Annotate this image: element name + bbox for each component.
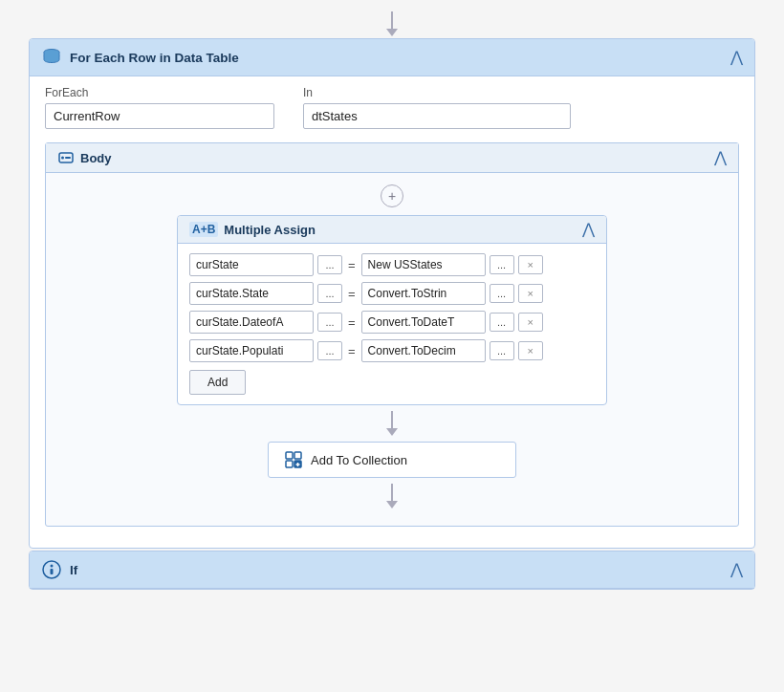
body-collapse-btn[interactable]: ⋀	[714, 150, 727, 165]
if-title: If	[70, 563, 77, 577]
svg-point-2	[61, 157, 64, 160]
assign-val-ellipsis-3[interactable]: ...	[490, 341, 514, 360]
assign-equals-2: =	[346, 315, 358, 330]
assign-val-3[interactable]	[361, 339, 486, 362]
if-icon	[41, 559, 62, 580]
body-icon	[57, 149, 75, 166]
body-header: Body ⋀	[46, 143, 738, 173]
if-header-left: If	[41, 559, 77, 580]
arrow-head	[386, 29, 398, 36]
multiple-assign-block: A+B Multiple Assign ⋀ ... =	[177, 215, 607, 405]
if-collapse-btn[interactable]: ⋀	[730, 562, 743, 577]
assign-val-2[interactable]	[361, 311, 486, 334]
foreach-header-left: For Each Row in Data Table	[41, 47, 239, 68]
arrow-atc-to-if	[386, 484, 398, 508]
assign-var-3[interactable]	[189, 339, 314, 362]
table-row: ... = ... ×	[189, 339, 595, 362]
svg-rect-3	[65, 157, 71, 159]
assign-val-ellipsis-1[interactable]: ...	[490, 284, 514, 303]
assign-val-ellipsis-0[interactable]: ...	[490, 255, 514, 274]
if-header: If ⋀	[30, 551, 754, 589]
ma-collapse-btn[interactable]: ⋀	[582, 222, 595, 237]
ma-header: A+B Multiple Assign ⋀	[178, 216, 606, 244]
assign-var-0[interactable]	[189, 253, 314, 276]
assign-val-0[interactable]	[361, 253, 486, 276]
foreach-inner: ForEach In	[30, 76, 754, 548]
assign-equals-3: =	[346, 344, 358, 358]
assign-var-1[interactable]	[189, 282, 314, 305]
table-row: ... = ... ×	[189, 253, 595, 276]
foreach-fields: ForEach In	[30, 76, 754, 142]
table-row: ... = ... ×	[189, 311, 595, 334]
body-section: Body ⋀ + A+B	[45, 142, 739, 527]
assign-var-2[interactable]	[189, 311, 314, 334]
body-content: + A+B Multiple Assign ⋀	[46, 173, 738, 526]
assign-var-ellipsis-3[interactable]: ...	[317, 341, 342, 360]
assign-equals-1: =	[346, 287, 358, 301]
svg-rect-12	[51, 569, 54, 574]
arrow-line	[391, 11, 393, 29]
canvas: For Each Row in Data Table ⋀ ForEach In	[0, 0, 784, 692]
add-to-collection-block[interactable]: Add To Collection	[268, 442, 516, 478]
ma-header-left: A+B Multiple Assign	[189, 222, 316, 237]
top-arrow-connector	[386, 11, 398, 36]
ma-icon: A+B	[189, 222, 218, 237]
foreach-label: ForEach	[45, 86, 274, 99]
arrow-head-2	[386, 428, 398, 436]
assign-val-ellipsis-2[interactable]: ...	[490, 313, 514, 332]
assign-var-ellipsis-1[interactable]: ...	[317, 284, 342, 303]
assign-delete-3[interactable]: ×	[518, 341, 543, 360]
foreach-container: For Each Row in Data Table ⋀ ForEach In	[29, 38, 755, 549]
body-title: Body	[80, 151, 112, 165]
foreach-title: For Each Row in Data Table	[70, 51, 239, 65]
foreach-field-group: ForEach	[45, 86, 274, 129]
assign-equals-0: =	[346, 258, 358, 272]
plus-icon: +	[388, 188, 396, 204]
arrow-ma-to-atc	[386, 411, 398, 436]
plus-add-button[interactable]: +	[381, 184, 403, 207]
assign-delete-0[interactable]: ×	[518, 255, 543, 274]
assign-var-ellipsis-0[interactable]: ...	[317, 255, 342, 274]
in-field-group: In	[303, 86, 571, 129]
in-label: In	[303, 86, 571, 99]
assign-delete-1[interactable]: ×	[518, 284, 543, 303]
svg-rect-6	[286, 461, 293, 467]
arrow-head-3	[386, 501, 398, 508]
arrow-line-2	[391, 411, 393, 428]
assign-delete-2[interactable]: ×	[518, 313, 543, 332]
arrow-line-3	[391, 484, 393, 501]
table-row: ... = ... ×	[189, 282, 595, 305]
svg-rect-5	[294, 452, 301, 459]
foreach-header: For Each Row in Data Table ⋀	[30, 39, 754, 76]
add-row-button[interactable]: Add	[189, 370, 246, 395]
database-icon	[41, 47, 62, 68]
ma-body: ... = ... × ... =	[178, 244, 606, 404]
svg-point-11	[51, 565, 54, 568]
ma-title: Multiple Assign	[224, 223, 316, 237]
foreach-collapse-btn[interactable]: ⋀	[730, 50, 743, 65]
if-container: If ⋀	[29, 551, 755, 590]
in-value-input[interactable]	[303, 103, 571, 129]
add-to-collection-icon	[284, 450, 303, 469]
body-header-left: Body	[57, 149, 112, 166]
svg-rect-4	[286, 452, 293, 459]
foreach-value-input[interactable]	[45, 103, 274, 129]
add-to-collection-label: Add To Collection	[311, 453, 407, 467]
assign-val-1[interactable]	[361, 282, 486, 305]
assign-var-ellipsis-2[interactable]: ...	[317, 313, 342, 332]
